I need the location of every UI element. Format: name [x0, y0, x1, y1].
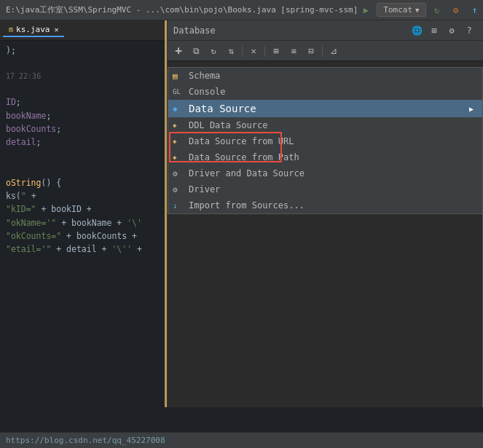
code-line: "etail='" + detail + '\'' +: [0, 243, 167, 256]
title-bar: E:\java工作室\SSM\SpringMVC - ...\com\bin\p…: [0, 0, 483, 20]
driver-icon: ⚙: [173, 169, 178, 178]
code-line: 17 22:36: [0, 71, 167, 82]
move-button[interactable]: ⇅: [223, 43, 239, 59]
schema-menu-item[interactable]: ▤ Schema: [168, 68, 482, 84]
path-datasource-menu-item[interactable]: ◈ Data Source from Path: [168, 149, 482, 165]
driver-only-icon: ⚙: [173, 185, 178, 194]
ddl-datasource-menu-item[interactable]: ◈ DDL Data Source: [168, 117, 482, 133]
driver-datasource-label: Driver and Data Source: [189, 168, 305, 178]
refresh-button[interactable]: ↻: [205, 43, 221, 59]
copy-button[interactable]: ⧉: [188, 43, 204, 59]
datasource-icon: ◈: [173, 104, 178, 114]
db-toolbar: + ⧉ ↻ ⇅ ✕ ⊞ ≡ ⊟ ⊿: [168, 41, 483, 61]
ddl-label: DDL Data Source: [189, 120, 267, 130]
run-icon[interactable]: ▶: [358, 2, 374, 18]
add-button[interactable]: +: [170, 43, 186, 59]
path-label: Data Source from Path: [189, 152, 299, 162]
db-panel-title: Database: [173, 25, 216, 36]
code-line: "okCounts=" + bookCounts +: [0, 229, 167, 243]
path-icon: ◈: [173, 154, 176, 161]
code-line: [0, 82, 167, 95]
url-datasource-menu-item[interactable]: ◈ Data Source from URL: [168, 133, 482, 149]
reload-icon[interactable]: ↻: [429, 2, 445, 18]
close-tab-icon[interactable]: ✕: [54, 25, 58, 34]
console-icon: GL: [173, 88, 181, 95]
toolbar-sep3: [322, 45, 323, 57]
schema-label: Schema: [189, 71, 220, 81]
window-title: E:\java工作室\SSM\SpringMVC - ...\com\bin\p…: [6, 4, 358, 15]
scroll-indicator: [165, 20, 167, 407]
toolbar-sep2: [264, 45, 265, 57]
url-label: Data Source from URL: [189, 136, 294, 146]
code-tab-label: ks.java: [16, 25, 50, 34]
main-area: m ks.java ✕ ); 17 22:36 ID; bookName; bo…: [0, 20, 483, 407]
grid-button[interactable]: ⊟: [303, 43, 319, 59]
schema-icon: ▤: [173, 71, 178, 81]
code-line: bookCounts;: [0, 122, 167, 135]
import-menu-item[interactable]: ↓ Import from Sources...: [168, 197, 482, 213]
status-url: https://blog.csdn.net/qq_45227008: [6, 436, 165, 445]
db-settings-icon[interactable]: ⚙: [444, 23, 460, 39]
delete-button[interactable]: ✕: [246, 43, 262, 59]
db-panel: Database 🌐 ⊞ ⚙ ? + ⧉ ↻ ⇅ ✕ ⊞ ≡ ⊟ ⊿: [168, 20, 483, 407]
ddl-icon: ◈: [173, 122, 176, 129]
code-line: [0, 162, 167, 176]
code-line: ks(" +: [0, 189, 167, 203]
code-line: [0, 149, 167, 162]
tomcat-button[interactable]: Tomcat ▼: [377, 3, 425, 17]
title-bar-controls: ▶ Tomcat ▼ ↻ ⚙ ↑ ■ ⚙ ≡ ⚙ — □ ✕: [358, 2, 483, 18]
data-source-label: Data Source: [189, 103, 256, 114]
db-content: ▶ collations 272 ▤ Schema GL Console ◈: [168, 61, 483, 407]
db-globe-icon[interactable]: 🌐: [409, 23, 425, 39]
console-label: Console: [189, 87, 226, 97]
import-icon: ↓: [173, 201, 178, 211]
driver-datasource-menu-item[interactable]: ⚙ Driver and Data Source: [168, 165, 482, 181]
code-tab-bar: m ks.java ✕: [0, 20, 167, 41]
db-layout-icon[interactable]: ⊞: [426, 23, 442, 39]
datasource-arrow: ▶: [469, 105, 474, 113]
code-line: ID;: [0, 95, 167, 109]
code-line: detail;: [0, 135, 167, 149]
build-icon[interactable]: ⚙: [448, 2, 464, 18]
console-menu-item[interactable]: GL Console: [168, 84, 482, 100]
import-label: Import from Sources...: [189, 200, 305, 211]
filter-button[interactable]: ⊿: [326, 43, 342, 59]
code-line: "okName='" + bookName + '\': [0, 216, 167, 229]
code-line: "kID=" + bookID +: [0, 203, 167, 216]
code-content: ); 17 22:36 ID; bookName; bookCounts; de…: [0, 41, 167, 259]
tomcat-label: Tomcat: [383, 5, 412, 15]
db-help-icon[interactable]: ?: [461, 23, 477, 39]
url-icon: ◈: [173, 138, 176, 145]
status-bar: https://blog.csdn.net/qq_45227008: [0, 432, 483, 448]
driver-menu-item[interactable]: ⚙ Driver: [168, 181, 482, 197]
tomcat-arrow: ▼: [415, 7, 419, 14]
table-button[interactable]: ⊞: [268, 43, 284, 59]
code-line: [0, 57, 167, 70]
db-header-actions: 🌐 ⊞ ⚙ ?: [409, 23, 477, 39]
data-source-menu-item[interactable]: ◈ Data Source ▶ ⚛ MySQL: [168, 100, 482, 117]
update-icon[interactable]: ↑: [467, 2, 483, 18]
sql-button[interactable]: ≡: [286, 43, 302, 59]
code-panel: m ks.java ✕ ); 17 22:36 ID; bookName; bo…: [0, 20, 168, 407]
code-line: );: [0, 44, 167, 57]
toolbar-sep1: [242, 45, 243, 57]
code-line: bookName;: [0, 109, 167, 122]
code-tab-ks[interactable]: m ks.java ✕: [3, 23, 64, 37]
context-menu: ▤ Schema GL Console ◈ Data Source ▶: [168, 67, 483, 214]
code-line: oString() {: [0, 176, 167, 189]
db-header: Database 🌐 ⊞ ⚙ ?: [168, 20, 483, 41]
driver-label: Driver: [189, 184, 220, 194]
